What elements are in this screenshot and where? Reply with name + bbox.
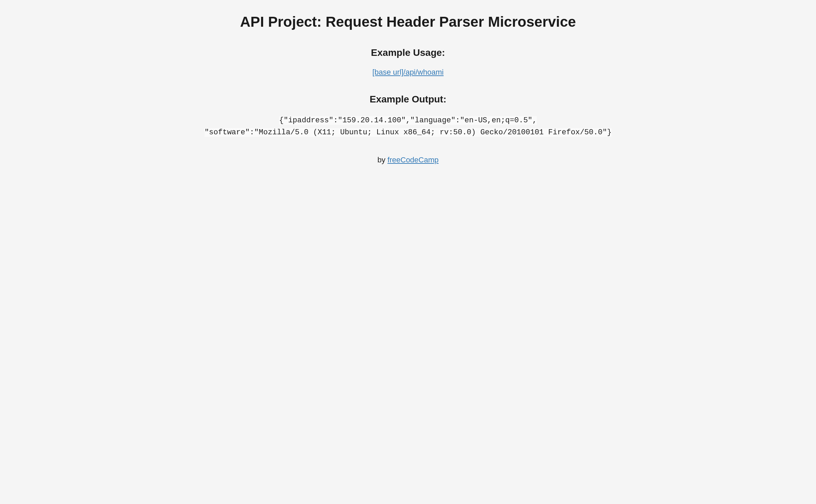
footer: by freeCodeCamp [175, 156, 641, 164]
example-usage-section: Example Usage: [base url]/api/whoami [175, 47, 641, 77]
example-output-section: Example Output: {"ipaddress":"159.20.14.… [175, 94, 641, 138]
example-usage-link[interactable]: [base url]/api/whoami [372, 68, 444, 76]
main-container: API Project: Request Header Parser Micro… [168, 14, 648, 164]
example-output-heading: Example Output: [175, 94, 641, 105]
example-usage-heading: Example Usage: [175, 47, 641, 58]
example-output-code-line2: "software":"Mozilla/5.0 (X11; Ubuntu; Li… [205, 128, 611, 137]
example-usage-link-wrapper: [base url]/api/whoami [175, 68, 641, 77]
example-output-code-line1: {"ipaddress":"159.20.14.100","language":… [279, 116, 537, 125]
footer-link[interactable]: freeCodeCamp [387, 156, 438, 164]
page-title: API Project: Request Header Parser Micro… [175, 14, 641, 30]
example-output-code-wrapper: {"ipaddress":"159.20.14.100","language":… [175, 114, 641, 138]
footer-by-text: by [378, 156, 387, 164]
